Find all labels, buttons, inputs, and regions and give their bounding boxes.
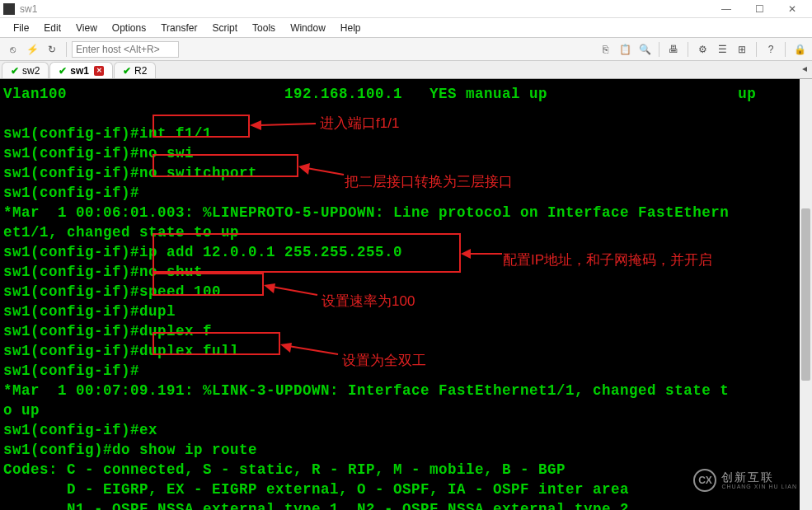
session-icon[interactable]: ☰ — [713, 40, 731, 58]
tabbar: ✔ sw2 ✔ sw1 ✕ ✔ R2 ◂ — [0, 61, 812, 79]
menu-window[interactable]: Window — [284, 21, 332, 35]
menu-script[interactable]: Script — [205, 21, 244, 35]
menu-edit[interactable]: Edit — [37, 21, 68, 35]
quick-connect-icon[interactable]: ⚡ — [23, 40, 41, 58]
find-icon[interactable]: 🔍 — [636, 40, 654, 58]
tab-label: R2 — [134, 65, 147, 77]
settings-icon[interactable]: ⚙ — [693, 40, 711, 58]
scrollbar-thumb[interactable] — [801, 208, 810, 381]
app-icon — [3, 3, 15, 15]
reconnect-icon[interactable]: ↻ — [43, 40, 61, 58]
terminal-output[interactable]: Vlan100 192.168.100.1 YES manual up up s… — [0, 79, 800, 510]
tab-sw2[interactable]: ✔ sw2 — [2, 62, 49, 78]
check-icon: ✔ — [11, 65, 19, 77]
tab-scroll-left-icon[interactable]: ◂ — [802, 63, 807, 74]
maximize-button[interactable]: ☐ — [743, 0, 776, 18]
host-input[interactable] — [72, 41, 179, 58]
menu-file[interactable]: File — [7, 21, 35, 35]
separator — [785, 42, 786, 57]
menu-view[interactable]: View — [69, 21, 104, 35]
tab-sw1[interactable]: ✔ sw1 ✕ — [49, 62, 113, 78]
window-title: sw1 — [20, 3, 710, 15]
connect-icon[interactable]: ⎋ — [3, 40, 21, 58]
scrollbar[interactable] — [800, 79, 812, 510]
help-icon[interactable]: ? — [762, 40, 780, 58]
menu-tools[interactable]: Tools — [246, 21, 282, 35]
toolbar: ⎋ ⚡ ↻ ⎘ 📋 🔍 🖶 ⚙ ☰ ⊞ ? 🔒 — [0, 38, 812, 61]
watermark-text-en: CHUANG XIN HU LIAN — [721, 484, 797, 489]
tab-label: sw1 — [70, 65, 89, 77]
menubar: File Edit View Options Transfer Script T… — [0, 18, 812, 38]
separator — [756, 42, 757, 57]
copy-icon[interactable]: ⎘ — [596, 40, 614, 58]
tab-label: sw2 — [22, 65, 40, 77]
check-icon: ✔ — [123, 65, 131, 77]
tab-close-icon[interactable]: ✕ — [94, 66, 104, 76]
watermark: CX 创新互联 CHUANG XIN HU LIAN — [693, 469, 797, 492]
separator — [659, 42, 659, 57]
menu-transfer[interactable]: Transfer — [154, 21, 204, 35]
watermark-text-cn: 创新互联 — [721, 472, 797, 484]
separator — [66, 42, 67, 57]
menu-options[interactable]: Options — [106, 21, 153, 35]
close-button[interactable]: ✕ — [776, 0, 809, 18]
menu-help[interactable]: Help — [334, 21, 368, 35]
check-icon: ✔ — [59, 65, 67, 77]
titlebar: sw1 — ☐ ✕ — [0, 0, 812, 18]
lock-icon[interactable]: 🔒 — [791, 40, 809, 58]
separator — [688, 42, 688, 57]
print-icon[interactable]: 🖶 — [664, 40, 683, 58]
tab-r2[interactable]: ✔ R2 — [114, 62, 156, 78]
watermark-logo-icon: CX — [693, 469, 716, 492]
terminal-wrap: Vlan100 192.168.100.1 YES manual up up s… — [0, 79, 812, 510]
minimize-button[interactable]: — — [710, 0, 743, 18]
paste-icon[interactable]: 📋 — [616, 40, 634, 58]
toggle-icon[interactable]: ⊞ — [733, 40, 751, 58]
